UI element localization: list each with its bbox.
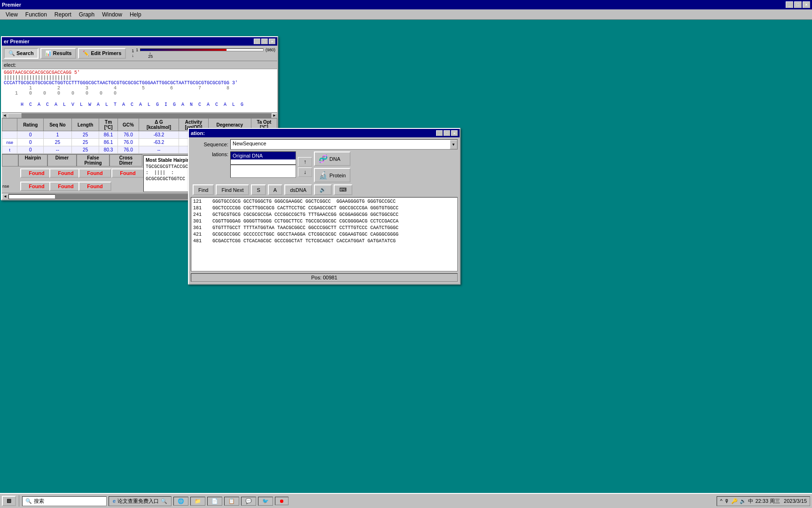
find-button[interactable]: Find xyxy=(193,184,214,195)
taskbar-app4-item[interactable]: 🐦 xyxy=(258,497,273,506)
sv-close-btn[interactable]: × xyxy=(451,130,458,136)
results-button[interactable]: 📊 Results xyxy=(40,48,77,59)
primer-maximize-btn[interactable]: □ xyxy=(261,39,268,44)
dsdna-button[interactable]: dsDNA xyxy=(284,184,312,195)
close-button[interactable]: × xyxy=(803,1,810,8)
taskbar-explorer-item[interactable]: 📁 xyxy=(190,497,205,506)
find-buttons-row: Find Find Next S A dsDNA 🔊 ⌨ xyxy=(191,184,458,195)
maximize-button[interactable]: □ xyxy=(794,1,802,8)
speaker-button[interactable]: 🔊 xyxy=(314,184,332,195)
menu-help[interactable]: Help xyxy=(126,10,145,19)
seq-viewer-title-text: ation: xyxy=(191,130,205,136)
translation-list-container: Original DNA xyxy=(230,151,296,183)
h-scrollbar[interactable]: ◄ ► xyxy=(2,112,277,118)
amino-line: H C A C A L V L W A L T A C A L G I G A … xyxy=(2,97,277,112)
scroll-thumb[interactable] xyxy=(8,113,22,118)
cross-dimer-header: CrossDimer xyxy=(109,154,142,167)
col-seqno: Seq No xyxy=(43,119,71,131)
taskbar-app3-item[interactable]: 📋 xyxy=(224,497,239,506)
bottom-strand: CCCATTGCGCGTGCGCGCTGGTCCTTTGGGCGCTAACTGC… xyxy=(4,80,275,86)
sequence-dropdown-arrow[interactable]: ▼ xyxy=(450,140,457,149)
app-title: Premier xyxy=(2,2,21,8)
pos-label: Pos: 00981 xyxy=(311,275,337,280)
menu-function[interactable]: Function xyxy=(22,10,51,19)
sv-minimize-btn[interactable]: _ xyxy=(436,130,443,136)
tray-icon-4: 🔊 xyxy=(740,498,746,504)
cell-rating-1: 0 xyxy=(17,131,43,139)
dna-icon: 🧬 xyxy=(319,154,328,163)
seq-line-361: 361 GTGTTTGCCT TTTTATGGTAA TAACGCGGCC GG… xyxy=(193,225,455,231)
translation-list-bottom xyxy=(230,165,296,178)
ruler-start: 1 xyxy=(132,48,134,53)
seq-line-121: 121 GGGTGCCGCG GCCTGGGCTG GGGCGAAGGC GGC… xyxy=(193,198,455,205)
edit-primers-button[interactable]: ✏️ Edit Primers xyxy=(78,48,126,59)
taskbar-search-icon: 🔍 xyxy=(25,498,32,504)
start-button[interactable]: ⊞ xyxy=(2,496,16,506)
cell-gc-2: 76.0 xyxy=(117,139,139,146)
cell-seqno-1: 1 xyxy=(43,131,71,139)
find-next-button[interactable]: Find Next xyxy=(216,184,249,195)
seq-viewer-content: Sequence: NewSequence ▼ lations: Origina… xyxy=(189,137,460,284)
cross-dimer-cell-2 xyxy=(109,185,142,187)
col-length: Length xyxy=(71,119,99,131)
pipe-line: |||||||||||||||||||||||| xyxy=(4,75,275,80)
seq-line-241: 241 GCTGCGTGCG CGCGCGCCGA CCCGGCCGCTG TT… xyxy=(193,212,455,218)
primer-window-title: er Premier xyxy=(4,39,29,44)
sv-maximize-btn[interactable]: □ xyxy=(444,130,450,136)
scroll-left-btn-2[interactable]: ◄ xyxy=(2,194,8,199)
taskbar: ⊞ 🔍 搜索 e 论文查重免费入口 🔍 🌐 📁 📄 📋 💬 🐦 ⏺ ^ 🎙 🔑 … xyxy=(0,493,812,508)
scroll-right-btn[interactable]: ► xyxy=(272,113,277,118)
taskbar-search-box[interactable]: 🔍 搜索 xyxy=(22,496,107,506)
taskbar-ie-item[interactable]: e 论文查重免费入口 🔍 xyxy=(109,496,172,506)
menu-graph[interactable]: Graph xyxy=(75,10,98,19)
analysis-empty-header xyxy=(2,154,18,167)
translation-item-original-dna[interactable]: Original DNA xyxy=(231,152,296,159)
menu-view[interactable]: View xyxy=(2,10,22,19)
cell-tm-1: 86.1 xyxy=(99,131,117,139)
search-button[interactable]: 🔍 Search xyxy=(4,48,39,59)
ruler-line2: 1 0 0 0 0 0 0 0 xyxy=(4,91,275,96)
search-input-bar[interactable] xyxy=(8,194,55,199)
seq-line-301: 301 CGGTTGGGAG GGGGTTGGGG CCTGGCTTCC TGC… xyxy=(193,218,455,225)
arrow-down-btn[interactable]: ↓ xyxy=(298,167,312,177)
sequence-value[interactable]: NewSequence xyxy=(231,140,450,149)
primer-minimize-btn[interactable]: _ xyxy=(254,39,260,44)
search-icon: 🔍 xyxy=(8,50,15,56)
keyboard-button[interactable]: ⌨ xyxy=(334,184,352,195)
taskbar-record-item[interactable]: ⏺ xyxy=(275,497,289,505)
scroll-left-btn[interactable]: ◄ xyxy=(2,113,8,118)
taskbar-app2-item[interactable]: 📄 xyxy=(207,497,222,506)
seq-text-area[interactable]: 121 GGGTGCCGCG GCCTGGGCTG GGGCGAAGGC GGC… xyxy=(191,197,458,271)
seq-viewer-title-bar: ation: _ □ × xyxy=(189,129,460,137)
s-button[interactable]: S xyxy=(251,184,265,195)
sequence-display: GGGTAACGCGCACGCGCGACCAGG 5' ||||||||||||… xyxy=(2,69,277,97)
seq-line-481: 481 GCGACCTCGG CTCACAGCGC GCCCGGCTAT TCT… xyxy=(193,238,455,245)
app4-icon: 🐦 xyxy=(262,498,269,504)
analysis-row-label-1 xyxy=(2,173,18,174)
analysis-row-1: Found Found Found Found xyxy=(2,167,142,180)
dimer-header: Dimer xyxy=(47,154,77,167)
arrow-up-btn[interactable]: ↑ xyxy=(298,157,312,167)
cross-dimer-found-btn-1[interactable]: Found xyxy=(111,168,144,178)
dna-button[interactable]: 🧬 DNA xyxy=(314,151,351,166)
title-bar-buttons: _ □ × xyxy=(786,1,810,8)
a-button[interactable]: A xyxy=(268,184,282,195)
sequence-select-container: NewSequence ▼ xyxy=(230,139,458,150)
minimize-button[interactable]: _ xyxy=(786,1,793,8)
taskbar-wechat-item[interactable]: 💬 xyxy=(241,497,256,506)
app2-icon: 📄 xyxy=(211,498,218,504)
menu-report[interactable]: Report xyxy=(51,10,75,19)
translation-list-top: Original DNA xyxy=(230,151,296,165)
taskbar-browser-item[interactable]: 🌐 xyxy=(173,497,188,506)
false-priming-found-btn-1[interactable]: Found xyxy=(78,168,111,178)
menu-window[interactable]: Window xyxy=(98,10,126,19)
false-priming-found-btn-2[interactable]: Found xyxy=(78,182,111,191)
col-empty xyxy=(2,119,17,131)
input-method[interactable]: 中 xyxy=(748,498,753,505)
primer-close-btn[interactable]: × xyxy=(269,39,275,44)
scroll-track xyxy=(8,113,272,118)
ie-icon: e xyxy=(113,498,116,504)
cell-length-1: 25 xyxy=(71,131,99,139)
protein-button[interactable]: 🔬 Protein xyxy=(314,168,351,183)
primer-window-title-bar: er Premier _ □ × xyxy=(2,37,277,46)
